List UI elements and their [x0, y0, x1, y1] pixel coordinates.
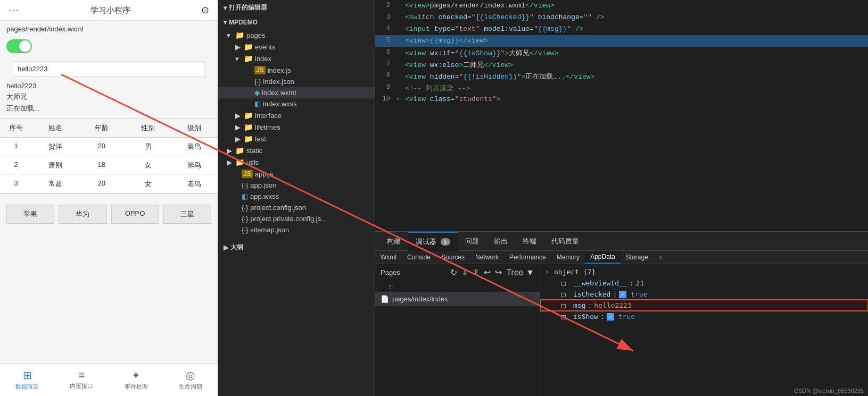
open-editors-label: 打开的编辑器	[229, 3, 267, 12]
folder-test[interactable]: ▶ 📁 test	[218, 133, 375, 145]
students-table: 序号 姓名 年龄 性别 级别 1 贺洋 20 男 菜鸟 2 唐刚 18	[0, 119, 218, 194]
data-row-checkbox: □	[375, 281, 540, 292]
subtab-wxml[interactable]: Wxml	[375, 251, 402, 263]
file-project-config[interactable]: {·} project.config.json	[218, 202, 375, 213]
redo-icon[interactable]: ↪	[495, 267, 502, 277]
file-index-wxss[interactable]: ◧ index.wxss	[218, 98, 375, 109]
object-label: object {7}	[554, 268, 596, 276]
file-index-json[interactable]: {·} index.json	[218, 76, 375, 87]
code-line-2: 2 <view>pages/render/index.wxml</view>	[375, 0, 868, 12]
phone-header: ··· 学习小程序 ⊙	[0, 0, 218, 21]
nav-data-render[interactable]: ⊞ 数据渲染	[0, 367, 54, 393]
file-app-wxss[interactable]: ◧ app.wxss	[218, 191, 375, 202]
mpdemo-root[interactable]: ▾ MPDEMO	[218, 15, 375, 29]
undo-icon[interactable]: ↩	[484, 267, 491, 277]
data-row-isshow: ▾ □ isShow : ✓ true	[540, 311, 868, 322]
code-editor: 2 <view>pages/render/index.wxml</view> 3…	[375, 0, 868, 231]
phone-simulator: ··· 学习小程序 ⊙ pages/render/index.wxml hell…	[0, 0, 218, 396]
table-row: 1 贺洋 20 男 菜鸟	[0, 138, 218, 156]
btn-apple[interactable]: 苹果	[6, 205, 54, 224]
nav-lifecycle[interactable]: ◎ 生命周期	[163, 367, 218, 393]
tab-problems[interactable]: 问题	[458, 232, 486, 250]
row-toggle: ▾	[553, 291, 559, 297]
file-label: app.js	[255, 170, 274, 178]
pages-list-item[interactable]: 📄 pages/index/index	[375, 292, 540, 306]
tab-output[interactable]: 输出	[486, 232, 515, 250]
folder-index[interactable]: ▾ 📁 index	[218, 53, 375, 64]
phone-target-icon: ⊙	[201, 4, 209, 16]
subtab-more[interactable]: »	[654, 251, 668, 263]
file-label: index.wxml	[262, 89, 296, 97]
nav-data-label: 数据渲染	[15, 383, 39, 391]
subtab-storage[interactable]: Storage	[621, 251, 654, 263]
json-icon: {·}	[242, 215, 248, 223]
tab-debugger[interactable]: 调试器 5	[408, 232, 458, 251]
refresh-icon[interactable]: ↻	[450, 267, 457, 277]
subtab-memory[interactable]: Memory	[551, 251, 585, 263]
text-dashixiong: 大师兄	[0, 91, 218, 103]
nav-events[interactable]: ✦ 事件处理	[109, 367, 163, 393]
tab-terminal[interactable]: 终端	[515, 232, 544, 250]
root-label: MPDEMO	[229, 19, 258, 26]
js-icon: JS	[254, 66, 266, 74]
outline-header[interactable]: ▶ 大纲	[218, 240, 375, 255]
expand-icon[interactable]: ⇧	[473, 267, 480, 277]
text-loading: 正在加载...	[0, 103, 218, 114]
btn-huawei[interactable]: 华为	[59, 205, 106, 224]
subtab-console[interactable]: Console	[402, 251, 436, 263]
js-icon: JS	[242, 170, 253, 178]
pages-label: Pages	[381, 268, 400, 276]
subtab-network[interactable]: Network	[470, 251, 504, 263]
folder-lifetimes[interactable]: ▶ 📁 lifetimes	[218, 121, 375, 133]
row-toggle: ▾	[553, 302, 559, 308]
chevron-down-icon: ▾	[235, 55, 242, 63]
file-index-wxml[interactable]: ◈ index.wxml	[218, 87, 375, 98]
expand-icon[interactable]: ▾	[545, 269, 552, 275]
folder-static[interactable]: ▶ 📁 static	[218, 145, 375, 156]
folder-events[interactable]: ▶ 📁 events	[218, 41, 375, 53]
data-root: ▾ object {7}	[540, 266, 868, 277]
subtab-performance[interactable]: Performance	[504, 251, 551, 263]
tab-build[interactable]: 构建	[379, 232, 408, 250]
collapse-icon[interactable]: ⇩	[461, 267, 468, 277]
tab-codequality[interactable]: 代码质量	[544, 232, 586, 250]
data-key: msg	[573, 301, 585, 309]
toggle-switch[interactable]	[6, 39, 32, 53]
bottom-nav: ⊞ 数据渲染 ≡ 内置接口 ✦ 事件处理 ◎ 生命周期	[0, 363, 218, 396]
nav-builtin[interactable]: ≡ 内置接口	[54, 367, 109, 393]
file-app-json[interactable]: {·} app.json	[218, 180, 375, 191]
folder-interface[interactable]: ▶ 📁 interface	[218, 109, 375, 121]
toggle-container	[0, 37, 218, 57]
file-label: sitemap.json	[250, 226, 289, 234]
json-icon: {·}	[242, 226, 248, 234]
data-value: hello2223	[594, 301, 631, 309]
code-line-5: 5 <view>{{msg}}</view>	[375, 35, 868, 47]
folder-pages[interactable]: ▾ 📁 pages	[218, 29, 375, 41]
nav-builtin-label: 内置接口	[70, 382, 93, 390]
open-editors-header[interactable]: ▾ 打开的编辑器	[218, 0, 375, 15]
btn-oppo[interactable]: OPPO	[111, 205, 159, 224]
brand-buttons: 苹果 华为 OPPO 三星	[0, 198, 218, 230]
file-sitemap[interactable]: {·} sitemap.json	[218, 224, 375, 235]
tree-label: Tree ▼	[506, 268, 534, 277]
phone-dots[interactable]: ···	[9, 5, 20, 16]
file-index-js[interactable]: JS index.js	[218, 64, 375, 76]
file-app-js[interactable]: JS app.js	[218, 168, 375, 180]
file-project-private[interactable]: {·} project.private.config.js...	[218, 213, 375, 224]
chevron-right-icon: ▶	[235, 112, 242, 120]
row-toggle: ▾	[553, 314, 559, 319]
chevron-right-icon: ▶	[235, 43, 242, 51]
wxml-icon: ◈	[254, 89, 260, 97]
page-path: pages/render/index.wxml	[0, 21, 218, 37]
subtab-appdata[interactable]: AppData	[585, 251, 621, 264]
btn-samsung[interactable]: 三星	[163, 205, 211, 224]
col-level: 级别	[171, 119, 218, 137]
row-toggle: ▾	[553, 280, 559, 286]
subtab-sources[interactable]: Sources	[436, 251, 470, 263]
nav-events-icon: ✦	[131, 369, 140, 382]
table-row: 2 唐刚 18 女 笨鸟	[0, 156, 218, 175]
msg-input[interactable]	[13, 61, 205, 77]
folder-utils[interactable]: ▶ 📁 utils	[218, 156, 375, 168]
checkbox-true-icon: ✓	[619, 291, 626, 298]
file-label: index.json	[263, 78, 294, 86]
